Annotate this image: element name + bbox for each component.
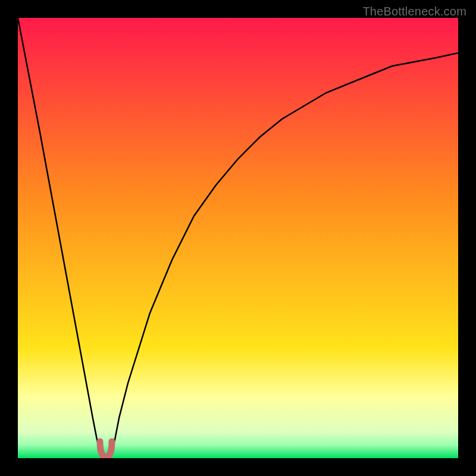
watermark-label: TheBottleneck.com [362, 5, 466, 18]
plot-area [18, 18, 458, 458]
chart-container: TheBottleneck.com [0, 0, 476, 476]
optimum-marker-icon [18, 18, 458, 458]
